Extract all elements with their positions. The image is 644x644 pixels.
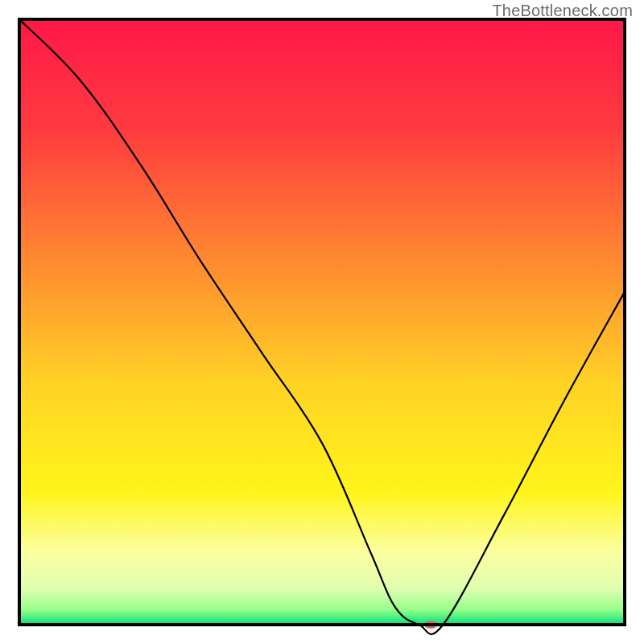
plot-background bbox=[19, 19, 625, 625]
watermark-label: TheBottleneck.com bbox=[492, 2, 633, 20]
bottleneck-chart bbox=[0, 0, 644, 644]
chart-stage: TheBottleneck.com bbox=[0, 0, 644, 644]
